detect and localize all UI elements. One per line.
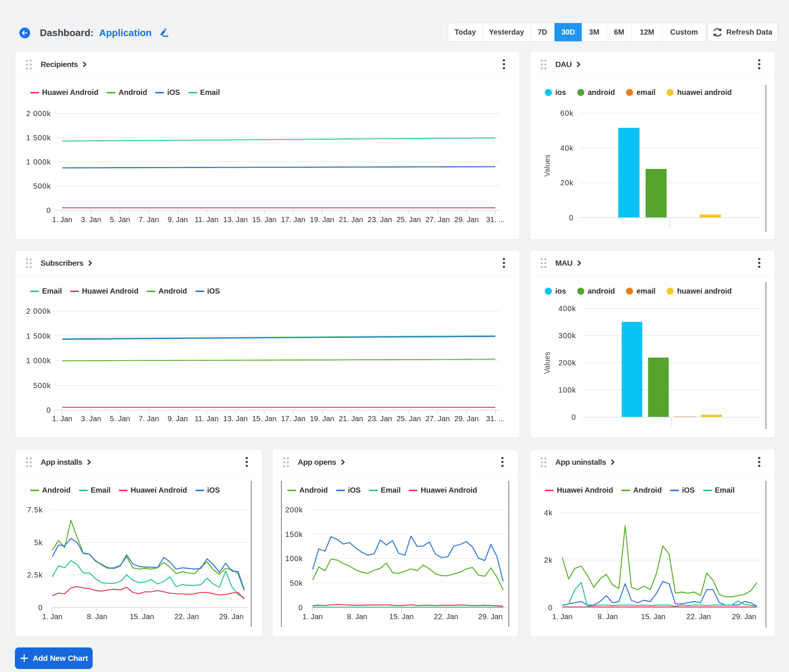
svg-text:0: 0 [548, 603, 553, 612]
svg-text:100k: 100k [558, 386, 576, 394]
svg-text:2 000k: 2 000k [26, 109, 51, 118]
svg-text:Values: Values [543, 352, 551, 374]
svg-text:40k: 40k [560, 144, 573, 152]
svg-text:27. Jan: 27. Jan [425, 415, 450, 423]
svg-text:7. Jan: 7. Jan [139, 415, 159, 423]
svg-text:1 500k: 1 500k [26, 332, 51, 340]
svg-text:9. Jan: 9. Jan [168, 215, 188, 223]
svg-text:1 500k: 1 500k [26, 134, 51, 142]
svg-text:31. ...: 31. ... [486, 215, 505, 223]
svg-text:19. Jan: 19. Jan [310, 415, 335, 423]
svg-text:2k: 2k [544, 556, 553, 564]
svg-text:22. Jan: 22. Jan [174, 613, 199, 621]
svg-text:15. Jan: 15. Jan [252, 215, 276, 223]
svg-text:500k: 500k [33, 182, 51, 190]
svg-text:7. Jan: 7. Jan [139, 215, 159, 223]
svg-text:8. Jan: 8. Jan [347, 613, 367, 621]
svg-text:1 000k: 1 000k [26, 356, 51, 365]
svg-text:11. Jan: 11. Jan [195, 415, 219, 423]
svg-text:23. Jan: 23. Jan [368, 415, 392, 423]
svg-text:0: 0 [38, 603, 43, 612]
svg-text:3. Jan: 3. Jan [81, 215, 101, 223]
svg-text:60k: 60k [560, 109, 573, 117]
svg-text:1. Jan: 1. Jan [552, 613, 572, 621]
svg-text:500k: 500k [33, 381, 51, 389]
svg-text:400k: 400k [558, 304, 576, 313]
svg-text:50k: 50k [289, 579, 303, 587]
svg-text:1 000k: 1 000k [26, 158, 51, 166]
svg-text:100k: 100k [285, 554, 303, 563]
svg-text:15. Jan: 15. Jan [252, 415, 276, 423]
svg-text:8. Jan: 8. Jan [87, 613, 107, 621]
svg-text:15. Jan: 15. Jan [641, 613, 666, 621]
svg-text:0: 0 [569, 214, 573, 222]
svg-text:0: 0 [46, 406, 51, 414]
svg-text:5k: 5k [34, 538, 43, 547]
svg-text:2.5k: 2.5k [27, 571, 43, 579]
svg-text:9. Jan: 9. Jan [168, 415, 188, 423]
svg-text:13. Jan: 13. Jan [223, 215, 248, 223]
svg-text:3. Jan: 3. Jan [81, 415, 101, 423]
svg-text:31. ...: 31. ... [486, 415, 505, 423]
svg-text:7.5k: 7.5k [27, 506, 43, 514]
svg-text:Values: Values [543, 155, 551, 177]
svg-text:0: 0 [299, 603, 303, 612]
svg-text:22. Jan: 22. Jan [434, 613, 458, 621]
svg-text:15. Jan: 15. Jan [389, 613, 414, 621]
svg-text:11. Jan: 11. Jan [195, 215, 219, 223]
svg-text:1. Jan: 1. Jan [52, 415, 72, 423]
svg-text:15. Jan: 15. Jan [129, 613, 154, 621]
svg-text:29. Jan: 29. Jan [454, 415, 479, 423]
svg-text:0: 0 [46, 206, 51, 214]
svg-text:17. Jan: 17. Jan [281, 215, 305, 223]
svg-text:1. Jan: 1. Jan [42, 613, 62, 621]
svg-text:1. Jan: 1. Jan [303, 613, 323, 621]
svg-text:1. Jan: 1. Jan [52, 215, 72, 223]
svg-text:13. Jan: 13. Jan [223, 415, 248, 423]
svg-text:29. Jan: 29. Jan [478, 613, 503, 621]
svg-text:21. Jan: 21. Jan [339, 415, 363, 423]
svg-text:29. Jan: 29. Jan [219, 613, 244, 621]
svg-text:23. Jan: 23. Jan [368, 215, 392, 223]
svg-text:27. Jan: 27. Jan [425, 215, 450, 223]
svg-text:8. Jan: 8. Jan [598, 613, 618, 621]
svg-text:29. Jan: 29. Jan [732, 613, 756, 621]
svg-text:150k: 150k [285, 530, 303, 538]
svg-text:29. Jan: 29. Jan [454, 215, 479, 223]
svg-text:22. Jan: 22. Jan [686, 613, 711, 621]
svg-text:5. Jan: 5. Jan [110, 415, 130, 423]
svg-text:200k: 200k [285, 506, 303, 514]
svg-text:17. Jan: 17. Jan [281, 415, 305, 423]
svg-text:25. Jan: 25. Jan [396, 415, 421, 423]
svg-text:20k: 20k [560, 179, 573, 187]
svg-text:21. Jan: 21. Jan [339, 215, 363, 223]
svg-text:25. Jan: 25. Jan [396, 215, 421, 223]
svg-text:200k: 200k [558, 359, 576, 367]
svg-text:19. Jan: 19. Jan [310, 215, 335, 223]
svg-text:4k: 4k [544, 509, 553, 517]
svg-text:300k: 300k [558, 332, 576, 340]
svg-text:5. Jan: 5. Jan [110, 215, 130, 223]
svg-text:2 000k: 2 000k [26, 307, 51, 315]
svg-text:0: 0 [572, 413, 576, 421]
